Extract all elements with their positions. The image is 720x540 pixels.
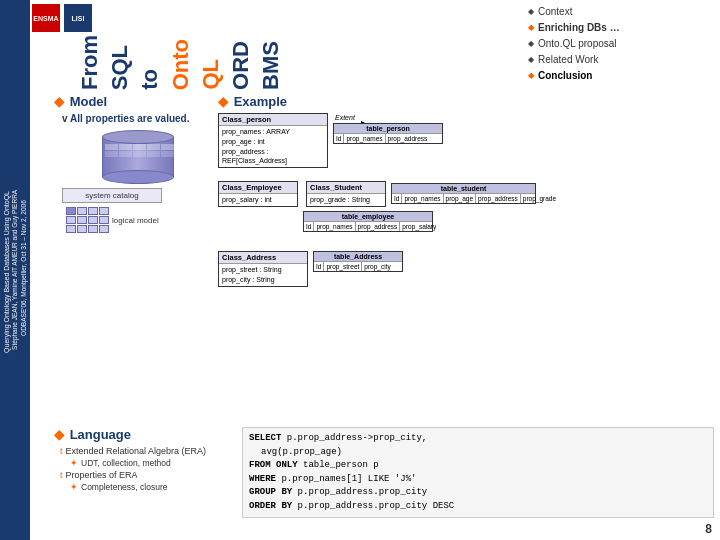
lang-sub-1-text: UDT, collection, method	[81, 458, 171, 468]
nav-label-context: Context	[538, 4, 572, 20]
system-catalog-area: system catalog	[62, 188, 214, 203]
table-address-col-street: prop_street	[324, 262, 362, 271]
class-student-header: Class_Student	[307, 182, 385, 194]
table-address-header: table_Address	[314, 252, 402, 262]
word-ql: QL	[199, 59, 223, 90]
nav-item-related[interactable]: ◆ Related Work	[528, 52, 712, 68]
logical-model-label: logical model	[112, 216, 159, 225]
extent-address-area: Extent ▶ table_Address Id prop_street pr…	[313, 261, 343, 262]
nav-bullet-related: ◆	[528, 54, 534, 67]
logical-grid	[66, 207, 109, 233]
class-person-header: Class_person	[219, 114, 327, 126]
table-person-col-id: Id	[334, 134, 344, 143]
extent-person-area: Extent ▶ table_person Id prop_names prop…	[333, 123, 363, 124]
all-properties-label: v All properties are valued.	[62, 113, 214, 124]
model-title: ◆ Model	[54, 94, 214, 109]
language-left: ◆ Language t Extended Relational Algebra…	[54, 427, 234, 518]
lang-sub-2-text: Completeness, closure	[81, 482, 167, 492]
table-person-col-names: prop_names	[344, 134, 385, 143]
navigation-panel: ◆ Context ◆ Enriching DBs … ◆ Onto.QL pr…	[520, 0, 720, 88]
lang-sub-1: ✦ UDT, collection, method	[70, 458, 234, 468]
word-to: to	[138, 69, 162, 90]
sql-line-3: FROM ONLY table_person p	[249, 459, 707, 473]
class-student-body: prop_grade : String	[307, 194, 385, 206]
table-employee-col-salary: prop_salary	[400, 222, 438, 231]
database-visual	[62, 130, 214, 184]
table-address-box: table_Address Id prop_street prop_city	[313, 251, 403, 272]
main-content: ◆ Model v All properties are valued.	[48, 90, 720, 520]
table-student-col-names: prop_names	[402, 194, 443, 203]
table-employee-col-id: Id	[304, 222, 314, 231]
lang-item-2-text: Properties of ERA	[66, 470, 138, 480]
logical-model-area: logical model	[66, 207, 214, 233]
table-student-col-grade: prop_grade	[521, 194, 558, 203]
nav-bullet-context: ◆	[528, 6, 534, 19]
sql-line-5: GROUP BY p.prop_address.prop_city	[249, 486, 707, 500]
table-employee-col-names: prop_names	[314, 222, 355, 231]
table-person-box: table_person Id prop_names prop_address	[333, 123, 443, 144]
language-diamond: ◆	[54, 427, 64, 442]
nav-bullet-conclusion: ◆	[528, 70, 534, 83]
logo-ensma: ENSMA	[32, 4, 60, 32]
class-address-body: prop_street : String prop_city : String	[219, 264, 307, 286]
logo-ensma-text: ENSMA	[33, 15, 58, 22]
table-student-row: Id prop_names prop_age prop_address prop…	[392, 194, 535, 203]
class-person-box: Class_person prop_names : ARRAY prop_age…	[218, 113, 328, 168]
word-sql: SQL	[108, 45, 132, 90]
word-bms: BMS	[259, 41, 283, 90]
class-address-prop2: prop_city : String	[222, 275, 304, 285]
nav-label-ontoql: Onto.QL proposal	[538, 36, 617, 52]
lang-sub-bullet-1: ✦	[70, 458, 78, 468]
nav-label-related: Related Work	[538, 52, 598, 68]
class-person-prop1: prop_names : ARRAY	[222, 127, 324, 137]
nav-item-context[interactable]: ◆ Context	[528, 4, 712, 20]
nav-item-conclusion[interactable]: ◆ Conclusion	[528, 68, 712, 84]
sql-line-4: WHERE p.prop_names[1] LIKE 'J%'	[249, 473, 707, 487]
class-person-prop2: prop_age : int	[222, 137, 324, 147]
top-section: ◆ Model v All properties are valued.	[48, 90, 720, 423]
sql-line-2: avg(p.prop_age)	[249, 446, 707, 460]
language-items: t Extended Relational Algebra (ERA) ✦ UD…	[54, 446, 234, 492]
language-section: ◆ Language t Extended Relational Algebra…	[48, 423, 720, 520]
table-person-col-addr: prop_address	[386, 134, 430, 143]
table-address-row: Id prop_street prop_city	[314, 262, 402, 271]
lang-item-1-text: Extended Relational Algebra (ERA)	[66, 446, 207, 456]
table-employee-col-addr: prop_address	[356, 222, 401, 231]
nav-bullet-ontoql: ◆	[528, 38, 534, 51]
cylinder-grid	[103, 142, 173, 159]
lang-item-2: t Properties of ERA	[60, 470, 234, 480]
sql-block: SELECT SELECT p.prop_address->prop_city,…	[242, 427, 714, 518]
nav-item-enriching[interactable]: ◆ Enriching DBs …	[528, 20, 712, 36]
extent-student-area: Extent ▶ table_student Id prop_names pro…	[391, 183, 411, 192]
nav-item-ontoql[interactable]: ◆ Onto.QL proposal	[528, 36, 712, 52]
class-address-header: Class_Address	[219, 252, 307, 264]
table-student-header: table_student	[392, 184, 535, 194]
strip-subtitle: Querying Ontology Based Databases Using …	[2, 191, 11, 353]
example-section: ◆ Example Class_person prop_names : ARRA…	[218, 94, 714, 421]
example-title: ◆ Example	[218, 94, 714, 109]
lang-sub-bullet-2: ✦	[70, 482, 78, 492]
strip-authors: Stéphane JEAN, Yamine AIT AMEUR and Guy …	[11, 187, 19, 353]
lang-sub-2: ✦ Completeness, closure	[70, 482, 234, 492]
system-catalog-label: system catalog	[85, 191, 138, 200]
class-person-prop3: prop_address : REF[Class_Address]	[222, 147, 324, 167]
cylinder-top	[102, 130, 174, 144]
table-address-col-city: prop_city	[362, 262, 392, 271]
nav-label-conclusion: Conclusion	[538, 68, 592, 84]
sql-line-6: ORDER BY p.prop_address.prop_city DESC	[249, 500, 707, 514]
table-employee-row: Id prop_names prop_address prop_salary	[304, 222, 432, 231]
nav-bullet-enriching: ◆	[528, 22, 534, 35]
example-diamond: ◆	[218, 94, 228, 109]
cylinder-bottom	[102, 170, 174, 184]
language-title-text: Language	[70, 427, 131, 442]
class-employee-prop1: prop_salary : int	[222, 195, 294, 205]
model-section: ◆ Model v All properties are valued.	[54, 94, 214, 421]
word-from: From	[78, 35, 102, 90]
header-title-area: From SQL to Onto QL ORD BMS	[68, 0, 520, 90]
model-title-text: Model	[70, 94, 108, 109]
model-diamond: ◆	[54, 94, 64, 109]
class-student-box: Class_Student prop_grade : String	[306, 181, 386, 207]
word-ord: ORD	[229, 41, 253, 90]
vertical-strip: Querying Ontology Based Databases Using …	[0, 0, 30, 540]
class-person-body: prop_names : ARRAY prop_age : int prop_a…	[219, 126, 327, 167]
